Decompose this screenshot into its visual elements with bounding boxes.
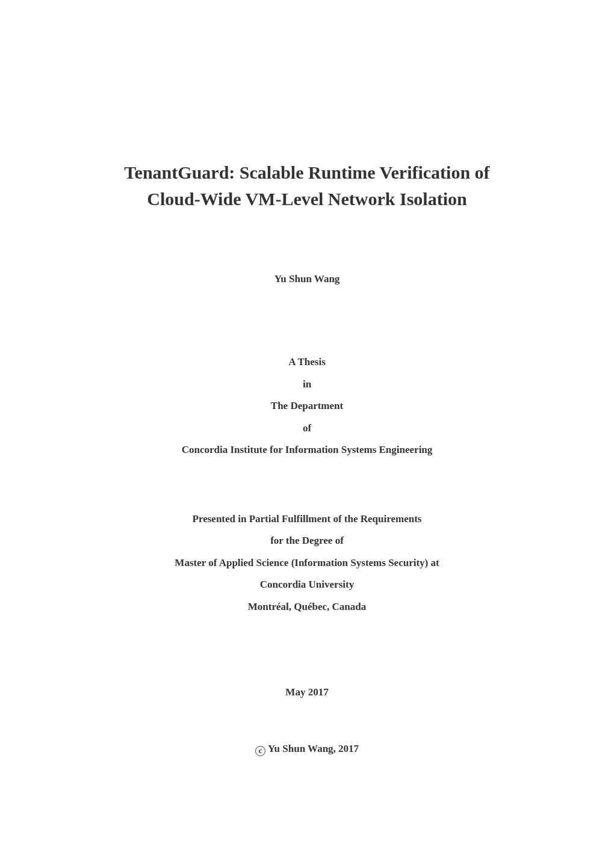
degree-name: Master of Applied Science (Information S…	[72, 552, 542, 574]
fulfillment-line-1: Presented in Partial Fulfillment of the …	[72, 508, 542, 531]
title-line-1: TenantGuard: Scalable Runtime Verificati…	[72, 159, 542, 186]
location: Montréal, Québec, Canada	[72, 596, 542, 618]
fulfillment-line-2: for the Degree of	[72, 530, 542, 552]
department-name: Concordia Institute for Information Syst…	[72, 439, 542, 461]
publication-date: May 2017	[72, 686, 542, 698]
copyright-icon: c	[255, 746, 265, 756]
degree-fulfillment-block: Presented in Partial Fulfillment of the …	[72, 508, 542, 618]
thesis-title-page: TenantGuard: Scalable Runtime Verificati…	[0, 0, 614, 868]
title-block: TenantGuard: Scalable Runtime Verificati…	[72, 0, 542, 212]
university-name: Concordia University	[72, 574, 542, 596]
thesis-in-department-block: A Thesis in The Department of Concordia …	[72, 351, 542, 461]
title-line-2: Cloud-Wide VM-Level Network Isolation	[72, 186, 542, 212]
of-label: of	[72, 417, 542, 440]
author-name: Yu Shun Wang	[72, 273, 542, 285]
copyright-holder: Yu Shun Wang, 2017	[268, 743, 359, 754]
copyright-notice: cYu Shun Wang, 2017	[72, 743, 542, 756]
department-label-1: The Department	[72, 395, 542, 417]
thesis-label: A Thesis	[72, 351, 542, 374]
in-label: in	[72, 374, 542, 396]
